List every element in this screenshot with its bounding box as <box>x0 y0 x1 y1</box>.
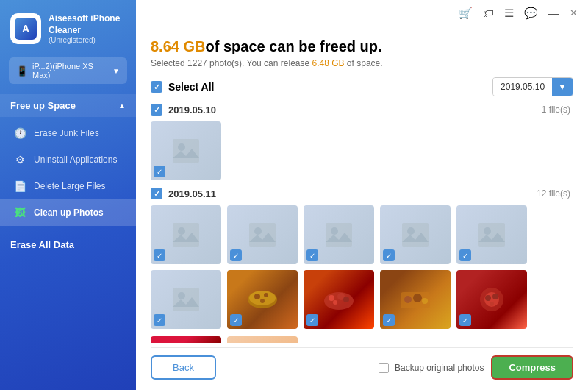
svg-point-22 <box>343 297 349 302</box>
photo-thumb[interactable]: ✓ <box>151 121 221 180</box>
sidebar-item-uninstall-apps[interactable]: ⚙ Uninstall Applications <box>0 146 136 173</box>
photo-checkbox[interactable]: ✓ <box>459 249 471 261</box>
group-date-0: 2019.05.10 <box>168 104 216 116</box>
svg-rect-12 <box>173 288 199 311</box>
section-chevron-icon: ▲ <box>118 102 126 110</box>
svg-point-27 <box>422 298 428 304</box>
backup-label: Backup original photos <box>395 363 484 373</box>
cart-icon[interactable]: 🛒 <box>459 7 473 20</box>
device-selector-text: 📱 iP...2)(iPhone XS Max) <box>16 62 112 79</box>
photo-thumb[interactable]: ✓ <box>227 205 298 264</box>
photo-checkbox[interactable]: ✓ <box>306 314 318 326</box>
image-icon: 🖼 <box>13 206 26 219</box>
date-filter-value: 2019.05.10 <box>493 78 552 96</box>
group-count-1: 12 file(s) <box>537 188 570 199</box>
app-name: Aiseesoft iPhone Cleaner <box>49 13 126 36</box>
photo-checkbox[interactable]: ✓ <box>230 314 242 326</box>
photos-row-1a: ✓ ✓ ✓ <box>151 205 570 264</box>
date-group-header-0: ✓ 2019.05.10 1 file(s) <box>151 104 570 116</box>
device-label: iP...2)(iPhone XS Max) <box>32 62 112 79</box>
section-label: Free up Space <box>10 100 76 111</box>
space-subtext: Selected 1227 photo(s). You can release … <box>151 58 573 68</box>
sidebar-item-label: Erase Junk Files <box>34 128 99 138</box>
sidebar-menu: 🕐 Erase Junk Files ⚙ Uninstall Applicati… <box>0 117 136 229</box>
photo-checkbox[interactable]: ✓ <box>154 166 165 177</box>
sidebar-item-label: Uninstall Applications <box>34 155 117 165</box>
svg-point-32 <box>490 302 494 306</box>
svg-point-5 <box>254 227 262 235</box>
photo-checkbox[interactable]: ✓ <box>154 314 165 326</box>
group-date-1: 2019.05.11 <box>168 188 216 199</box>
photo-checkbox[interactable]: ✓ <box>306 249 318 261</box>
photo-checkbox[interactable]: ✓ <box>383 249 395 261</box>
group-checkbox-0[interactable]: ✓ <box>151 104 162 116</box>
compress-button[interactable]: Compress <box>491 355 573 380</box>
sidebar-item-erase-junk[interactable]: 🕐 Erase Junk Files <box>0 120 136 146</box>
svg-point-7 <box>331 227 338 235</box>
photo-thumb-partial-2[interactable] <box>227 336 298 343</box>
device-selector[interactable]: 📱 iP...2)(iPhone XS Max) ▼ <box>9 57 127 84</box>
photo-thumb[interactable]: ✓ <box>380 205 451 264</box>
photo-thumb[interactable]: ✓ <box>151 270 221 329</box>
svg-point-16 <box>254 294 260 299</box>
food-image-partial-2 <box>227 336 298 343</box>
date-group-header-1: ✓ 2019.05.11 12 file(s) <box>151 188 570 199</box>
photo-checkbox[interactable]: ✓ <box>154 249 165 261</box>
tag-icon[interactable]: 🏷 <box>483 7 494 19</box>
erase-all-label: Erase All Data <box>10 239 74 250</box>
date-group-1: ✓ 2019.05.11 12 file(s) ✓ <box>151 188 570 329</box>
date-group-0: ✓ 2019.05.10 1 file(s) <box>151 104 570 180</box>
svg-point-26 <box>413 294 422 302</box>
subtext-amount: 6.48 GB <box>312 58 345 68</box>
photo-thumb[interactable]: ✓ <box>456 205 527 264</box>
photo-checkbox[interactable]: ✓ <box>383 314 395 326</box>
photo-thumb-food-2[interactable]: ✓ <box>304 270 374 329</box>
photo-thumb-partial-1[interactable]: ✓ <box>151 336 221 343</box>
app-title-block: Aiseesoft iPhone Cleaner (Unregistered) <box>49 13 126 44</box>
sidebar-item-erase-all[interactable]: Erase All Data <box>0 229 136 260</box>
select-all-label: Select All <box>168 81 215 93</box>
sidebar-item-delete-large[interactable]: 📄 Delete Large Files <box>0 173 136 199</box>
sidebar-section-free-up-space[interactable]: Free up Space ▲ <box>0 94 136 117</box>
date-dropdown-chevron-icon[interactable]: ▼ <box>552 78 573 96</box>
photo-thumb-food-1[interactable]: ✓ <box>227 270 298 329</box>
subtext-suffix: of space. <box>345 58 383 68</box>
menu-icon[interactable]: ☰ <box>504 7 514 20</box>
svg-point-9 <box>407 227 415 235</box>
svg-rect-2 <box>173 223 199 247</box>
file-icon: 📄 <box>13 180 26 193</box>
chat-icon[interactable]: 💬 <box>524 7 538 20</box>
sidebar-item-label: Clean up Photos <box>34 208 104 218</box>
content-area: 8.64 GBof space can be freed up. Selecte… <box>136 26 588 390</box>
svg-point-1 <box>178 143 185 151</box>
svg-rect-0 <box>173 139 199 163</box>
select-all-checkbox[interactable]: ✓ <box>151 81 162 93</box>
app-logo: A <box>15 18 37 40</box>
svg-rect-8 <box>402 223 429 247</box>
svg-point-30 <box>485 295 491 301</box>
sidebar-header: A Aiseesoft iPhone Cleaner (Unregistered… <box>0 0 136 54</box>
select-all-row: ✓ Select All <box>151 81 215 93</box>
photo-thumb[interactable]: ✓ <box>151 205 221 264</box>
close-icon[interactable]: ✕ <box>570 7 578 18</box>
photo-thumb[interactable]: ✓ <box>304 205 374 264</box>
photo-checkbox[interactable]: ✓ <box>230 249 242 261</box>
sidebar-item-clean-photos[interactable]: 🖼 Clean up Photos <box>0 199 136 226</box>
minimize-icon[interactable]: — <box>548 7 559 19</box>
svg-point-17 <box>264 293 268 297</box>
app-status: (Unregistered) <box>49 36 126 44</box>
back-button[interactable]: Back <box>151 355 216 380</box>
svg-point-3 <box>178 227 185 235</box>
group-checkbox-1[interactable]: ✓ <box>151 188 162 199</box>
svg-point-13 <box>178 292 185 299</box>
titlebar: 🛒 🏷 ☰ 💬 — ✕ <box>136 0 588 26</box>
date-filter-dropdown[interactable]: 2019.05.10 ▼ <box>492 77 573 96</box>
photo-checkbox[interactable]: ✓ <box>459 314 471 326</box>
photo-thumb-food-4[interactable]: ✓ <box>456 270 527 329</box>
toolbar-row: ✓ Select All 2019.05.10 ▼ <box>151 77 573 96</box>
photo-thumb-food-3[interactable]: ✓ <box>380 270 451 329</box>
svg-point-31 <box>492 294 498 299</box>
main-area: 🛒 🏷 ☰ 💬 — ✕ 8.64 GBof space can be freed… <box>136 0 588 390</box>
backup-checkbox[interactable] <box>379 363 389 373</box>
chevron-down-icon: ▼ <box>112 67 120 75</box>
